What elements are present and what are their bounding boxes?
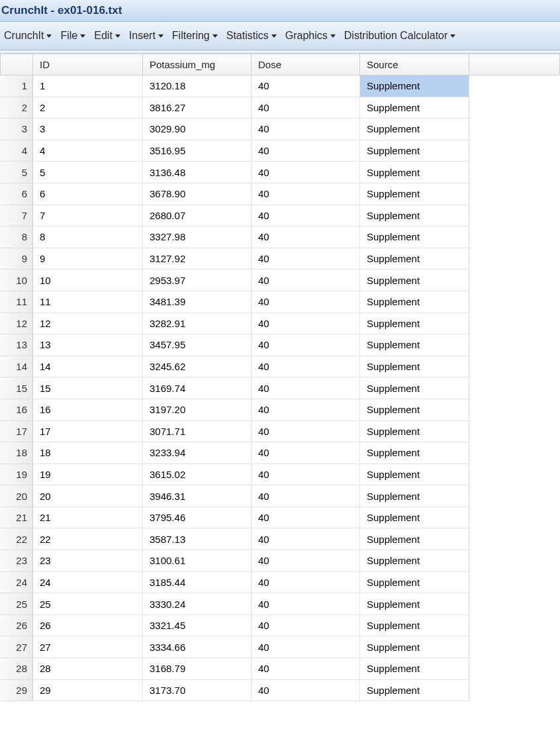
cell-empty[interactable] (469, 119, 560, 140)
cell-source[interactable]: Supplement (360, 636, 469, 658)
row-number[interactable]: 9 (0, 248, 33, 270)
cell-dose[interactable]: 40 (252, 226, 360, 248)
cell-empty[interactable] (469, 291, 560, 313)
cell-dose[interactable]: 40 (252, 593, 360, 615)
cell-id[interactable]: 18 (33, 442, 143, 464)
cell-empty[interactable] (469, 205, 560, 227)
cell-potassium[interactable]: 3173.70 (143, 680, 252, 702)
row-number[interactable]: 2 (0, 97, 33, 119)
cell-empty[interactable] (469, 507, 560, 529)
cell-potassium[interactable]: 3481.39 (143, 291, 252, 313)
cell-id[interactable]: 27 (33, 636, 143, 658)
row-number[interactable]: 17 (0, 421, 33, 443)
menu-file[interactable]: File (58, 28, 91, 43)
cell-source[interactable]: Supplement (360, 291, 469, 313)
cell-empty[interactable] (469, 528, 560, 550)
cell-potassium[interactable]: 3185.44 (143, 572, 252, 594)
cell-id[interactable]: 6 (33, 183, 143, 205)
row-number[interactable]: 3 (0, 119, 33, 140)
cell-source[interactable]: Supplement (360, 377, 469, 399)
cell-potassium[interactable]: 3321.45 (143, 615, 252, 637)
cell-source[interactable]: Supplement (360, 313, 469, 335)
menu-filtering[interactable]: Filtering (169, 28, 224, 43)
row-number[interactable]: 4 (0, 140, 33, 162)
row-number[interactable]: 20 (0, 485, 33, 507)
cell-dose[interactable]: 40 (252, 356, 360, 378)
cell-source[interactable]: Supplement (360, 485, 469, 507)
cell-id[interactable]: 4 (33, 140, 143, 162)
cell-dose[interactable]: 40 (252, 183, 360, 205)
row-number[interactable]: 14 (0, 356, 33, 378)
cell-dose[interactable]: 40 (252, 464, 360, 486)
column-header-id[interactable]: ID (33, 54, 143, 75)
cell-empty[interactable] (469, 356, 560, 378)
cell-source[interactable]: Supplement (360, 615, 469, 637)
cell-id[interactable]: 25 (33, 593, 143, 615)
cell-id[interactable]: 3 (33, 119, 143, 140)
cell-source[interactable]: Supplement (360, 269, 469, 291)
cell-dose[interactable]: 40 (252, 680, 360, 702)
row-number[interactable]: 11 (0, 291, 33, 313)
cell-dose[interactable]: 40 (252, 421, 360, 443)
row-number[interactable]: 12 (0, 313, 33, 335)
cell-id[interactable]: 29 (33, 680, 143, 702)
cell-source[interactable]: Supplement (360, 119, 469, 140)
cell-source[interactable]: Supplement (360, 528, 469, 550)
cell-empty[interactable] (469, 550, 560, 572)
column-header-source[interactable]: Source (360, 54, 469, 75)
menu-statistics[interactable]: Statistics (224, 28, 283, 43)
cell-source[interactable]: Supplement (360, 356, 469, 378)
cell-empty[interactable] (469, 399, 560, 421)
cell-dose[interactable]: 40 (252, 658, 360, 680)
cell-potassium[interactable]: 3330.24 (143, 593, 252, 615)
row-number[interactable]: 6 (0, 183, 33, 205)
cell-source[interactable]: Supplement (360, 680, 469, 702)
cell-source[interactable]: Supplement (360, 140, 469, 162)
cell-potassium[interactable]: 3615.02 (143, 464, 252, 486)
row-number[interactable]: 23 (0, 550, 33, 572)
cell-empty[interactable] (469, 226, 560, 248)
cell-dose[interactable]: 40 (252, 528, 360, 550)
cell-potassium[interactable]: 3795.46 (143, 507, 252, 529)
cell-source[interactable]: Supplement (360, 162, 469, 183)
cell-dose[interactable]: 40 (252, 377, 360, 399)
cell-empty[interactable] (469, 377, 560, 399)
cell-dose[interactable]: 40 (252, 119, 360, 140)
row-number[interactable]: 16 (0, 399, 33, 421)
cell-empty[interactable] (469, 572, 560, 594)
cell-potassium[interactable]: 3946.31 (143, 485, 252, 507)
corner-cell[interactable] (0, 54, 33, 75)
cell-dose[interactable]: 40 (252, 507, 360, 529)
cell-empty[interactable] (469, 593, 560, 615)
cell-source[interactable]: Supplement (360, 572, 469, 594)
cell-id[interactable]: 5 (33, 162, 143, 183)
cell-potassium[interactable]: 3168.79 (143, 658, 252, 680)
cell-empty[interactable] (469, 183, 560, 205)
row-number[interactable]: 19 (0, 464, 33, 486)
cell-id[interactable]: 11 (33, 291, 143, 313)
row-number[interactable]: 15 (0, 377, 33, 399)
cell-potassium[interactable]: 3169.74 (143, 377, 252, 399)
cell-dose[interactable]: 40 (252, 291, 360, 313)
cell-potassium[interactable]: 3233.94 (143, 442, 252, 464)
row-number[interactable]: 27 (0, 636, 33, 658)
cell-dose[interactable]: 40 (252, 140, 360, 162)
cell-empty[interactable] (469, 636, 560, 658)
menu-graphics[interactable]: Graphics (283, 28, 342, 43)
row-number[interactable]: 13 (0, 334, 33, 356)
cell-id[interactable]: 8 (33, 226, 143, 248)
cell-source[interactable]: Supplement (360, 248, 469, 270)
cell-empty[interactable] (469, 442, 560, 464)
cell-potassium[interactable]: 3516.95 (143, 140, 252, 162)
row-number[interactable]: 26 (0, 615, 33, 637)
cell-source[interactable]: Supplement (360, 75, 469, 97)
cell-dose[interactable]: 40 (252, 442, 360, 464)
cell-source[interactable]: Supplement (360, 334, 469, 356)
column-header-potassium[interactable]: Potassium_mg (143, 54, 252, 75)
cell-id[interactable]: 22 (33, 528, 143, 550)
menu-crunchit[interactable]: CrunchIt (1, 28, 58, 43)
cell-dose[interactable]: 40 (252, 97, 360, 119)
cell-source[interactable]: Supplement (360, 183, 469, 205)
cell-source[interactable]: Supplement (360, 205, 469, 227)
column-header-dose[interactable]: Dose (252, 54, 360, 75)
